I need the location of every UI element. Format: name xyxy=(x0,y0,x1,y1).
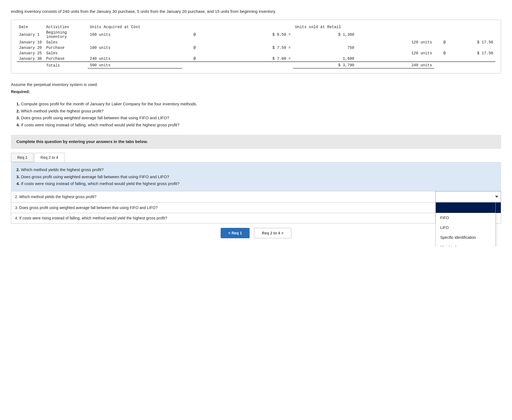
totals-label: Totals xyxy=(44,62,88,68)
cell-sold-units: 120 units xyxy=(356,40,434,45)
tab-req1[interactable]: Req 1 xyxy=(11,153,34,162)
cell-sold-price xyxy=(455,30,495,40)
cell-acq-price xyxy=(207,40,293,45)
totals-acq-units: 500 units xyxy=(88,62,182,68)
dropdown-trigger-q2[interactable] xyxy=(436,191,501,202)
col-header-date: Date xyxy=(17,24,44,30)
dropdown-option-weighted[interactable]: Weighted average xyxy=(436,242,495,246)
totals-acq-at xyxy=(182,62,207,68)
next-button[interactable]: Req 2 to 4 > xyxy=(254,228,291,238)
req-text: If costs were rising instead of falling,… xyxy=(21,123,179,127)
col-header-sold: Units sold at Retail xyxy=(293,24,455,30)
table-row: January 25 Sales 120 units @ $ 17.50 xyxy=(17,50,495,56)
cell-acq-price: $ 7.50 = xyxy=(207,45,293,50)
required-label: Required: xyxy=(11,89,30,94)
intro-text: ending inventory consists of 240 units f… xyxy=(11,8,501,15)
dropdown-selected-bar xyxy=(436,202,495,213)
cell-acq-at xyxy=(182,50,207,56)
instruction-line-3: 4. If costs were rising instead of falli… xyxy=(16,180,496,187)
cell-sold-at xyxy=(434,30,455,40)
question-text-q2: 2. Which method yields the highest gross… xyxy=(11,191,436,202)
inventory-table-container: Date Activities Units Acquired at Cost U… xyxy=(11,20,501,73)
cell-acq-total xyxy=(293,40,357,45)
question-row-q4: 4. If costs were rising instead of falli… xyxy=(11,213,501,223)
cell-sold-units xyxy=(356,45,434,50)
nav-buttons: < Req 1 Req 2 to 4 > xyxy=(11,228,501,238)
cell-date: January 25 xyxy=(17,50,44,56)
cell-activity: Purchase xyxy=(44,56,88,62)
cell-acq-at: @ xyxy=(182,45,207,50)
cell-sold-price: $ 17.50 xyxy=(455,40,495,45)
totals-sold-units: 240 units xyxy=(356,62,434,68)
table-row: January 1 Beginning inventory 160 units … xyxy=(17,30,495,40)
totals-row: Totals 500 units $ 3,790 240 units xyxy=(17,62,495,68)
table-row: January 10 Sales 120 units @ $ 17.50 xyxy=(17,40,495,45)
cell-activity: Purchase xyxy=(44,45,88,50)
cell-acq-total: 1,680 xyxy=(293,56,357,62)
question-text-q4: 4. If costs were rising instead of falli… xyxy=(11,213,436,223)
cell-acq-total: 750 xyxy=(293,45,357,50)
cell-sold-at: @ xyxy=(434,50,455,56)
cell-acq-total xyxy=(293,50,357,56)
totals-sold-price xyxy=(455,62,495,68)
dropdown-option-fifo[interactable]: FIFO xyxy=(436,213,495,223)
required-item: 3. Does gross profit using weighted aver… xyxy=(16,114,501,121)
tabs-container: Req 1Req 2 to 4 xyxy=(11,148,501,162)
chevron-down-icon xyxy=(495,196,498,198)
cell-acq-units: 240 units xyxy=(88,56,182,62)
cell-sold-units xyxy=(356,30,434,40)
cell-sold-price xyxy=(455,45,495,50)
table-row: January 20 Purchase 100 units @ $ 7.50 =… xyxy=(17,45,495,50)
questions-table: 2. Which method yields the highest gross… xyxy=(11,191,501,224)
cell-date: January 10 xyxy=(17,40,44,45)
cell-date: January 20 xyxy=(17,45,44,50)
cell-acq-units: 100 units xyxy=(88,45,182,50)
cell-sold-price: $ 17.50 xyxy=(455,50,495,56)
cell-sold-at xyxy=(434,45,455,50)
instruction-line-1: 2. Which method yields the highest gross… xyxy=(16,166,496,173)
cell-date: January 30 xyxy=(17,56,44,62)
col-header-acquired: Units Acquired at Cost xyxy=(88,24,293,30)
dropdown-option-specific[interactable]: Specific identification xyxy=(436,233,495,242)
tabs-row: Req 1Req 2 to 4 xyxy=(11,153,501,162)
inventory-table: Date Activities Units Acquired at Cost U… xyxy=(17,24,495,69)
instruction-line-2: 3. Does gross profit using weighted aver… xyxy=(16,173,496,180)
col-header-activities: Activities xyxy=(44,24,88,30)
cell-acq-price: $ 8.50 = xyxy=(207,30,293,40)
req-text: Which method yields the highest gross pr… xyxy=(21,109,104,113)
cell-acq-units xyxy=(88,40,182,45)
totals-acq-total: $ 3,790 xyxy=(293,62,357,68)
cell-activity: Sales xyxy=(44,50,88,56)
cell-activity: Sales xyxy=(44,40,88,45)
cell-acq-price: $ 7.00 = xyxy=(207,56,293,62)
cell-acq-price xyxy=(207,50,293,56)
question-row-q2: 2. Which method yields the highest gross… xyxy=(11,191,501,202)
req-num: 2. xyxy=(16,109,20,113)
cell-acq-at: @ xyxy=(182,56,207,62)
blue-instruction: 2. Which method yields the highest gross… xyxy=(11,162,501,191)
prev-button[interactable]: < Req 1 xyxy=(221,228,250,238)
table-row: January 30 Purchase 240 units @ $ 7.00 =… xyxy=(17,56,495,62)
required-item: 4. If costs were rising instead of falli… xyxy=(16,121,501,129)
dropdown-open-q2: FIFOLIFOSpecific identificationWeighted … xyxy=(436,202,496,246)
assume-text: Assume the perpetual inventory system is… xyxy=(11,82,98,87)
req-text: Does gross profit using weighted average… xyxy=(21,115,169,120)
complete-box-text: Complete this question by entering your … xyxy=(16,139,148,144)
req-num: 4. xyxy=(16,123,20,127)
assume-section: Assume the perpetual inventory system is… xyxy=(11,81,501,95)
cell-acq-total: $ 1,360 xyxy=(293,30,357,40)
cell-sold-units xyxy=(356,56,434,62)
required-item: 2. Which method yields the highest gross… xyxy=(16,108,501,115)
required-item: 1. Compute gross profit for the month of… xyxy=(16,100,501,108)
req-num: 3. xyxy=(16,115,20,120)
dropdown-option-lifo[interactable]: LIFO xyxy=(436,223,495,233)
cell-sold-price xyxy=(455,56,495,62)
cell-acq-units: 160 units xyxy=(88,30,182,40)
cell-sold-at: @ xyxy=(434,40,455,45)
req-text: Compute gross profit for the month of Ja… xyxy=(21,102,197,106)
complete-question-box: Complete this question by entering your … xyxy=(11,135,501,148)
tab-req2to4[interactable]: Req 2 to 4 xyxy=(34,153,64,162)
cell-sold-at xyxy=(434,56,455,62)
totals-acq-price xyxy=(207,62,293,68)
totals-sold-at xyxy=(434,62,455,68)
